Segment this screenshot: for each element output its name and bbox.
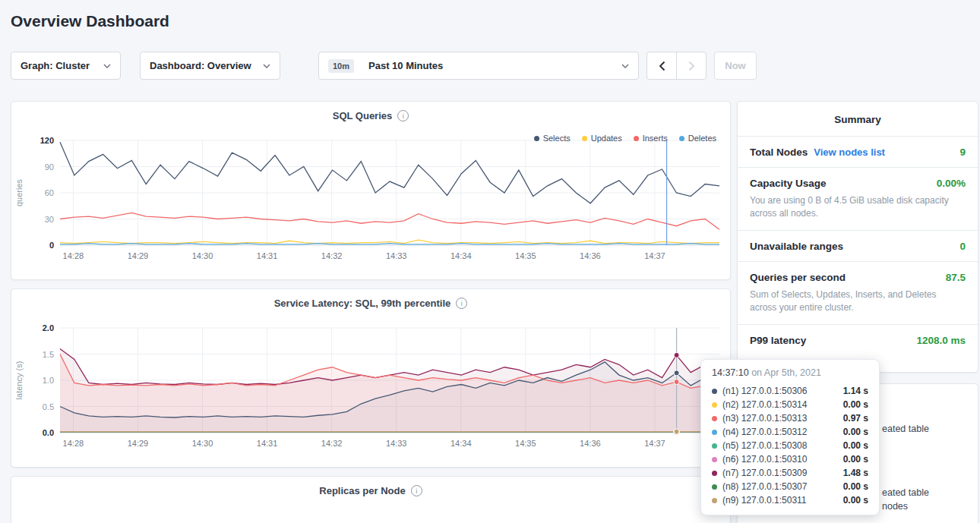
- tooltip-row: (n5) 127.0.0.1:503080.00 s: [712, 439, 868, 452]
- svg-text:1.5: 1.5: [43, 350, 54, 359]
- chevron-down-icon: [263, 64, 270, 68]
- tooltip-node-address: (n9) 127.0.0.1:50311: [722, 495, 843, 506]
- node-color-dot-icon: [712, 402, 717, 408]
- svg-text:14:33: 14:33: [386, 439, 407, 448]
- svg-text:14:33: 14:33: [386, 251, 407, 260]
- tooltip-node-value: 0.00 s: [843, 427, 868, 437]
- tooltip-timestamp: 14:37:10 on Apr 5th, 2021: [712, 367, 868, 378]
- replicas-per-node-panel: Replicas per Node i: [11, 476, 731, 523]
- time-prev-button[interactable]: [646, 52, 677, 80]
- svg-text:14:31: 14:31: [257, 251, 278, 260]
- tooltip-node-address: (n3) 127.0.0.1:50313: [722, 413, 843, 424]
- svg-text:30: 30: [45, 215, 54, 224]
- svg-text:14:37: 14:37: [644, 251, 665, 260]
- svg-text:120: 120: [40, 136, 54, 145]
- summary-value: 0: [959, 241, 966, 252]
- tooltip-node-address: (n6) 127.0.0.1:50310: [722, 454, 843, 465]
- svg-text:90: 90: [45, 162, 54, 172]
- chart-legend: SelectsUpdatesInsertsDeletes: [534, 134, 716, 143]
- node-color-dot-icon: [712, 484, 717, 490]
- dashboard-dropdown[interactable]: Dashboard: Overview: [140, 52, 280, 80]
- service-latency-chart[interactable]: 0.00.51.01.52.014:2814:2914:3014:3114:32…: [11, 322, 731, 452]
- summary-label: Queries per second: [750, 272, 846, 283]
- node-color-dot-icon: [712, 457, 717, 462]
- summary-value: 87.5: [946, 272, 966, 283]
- tooltip-row: (n3) 127.0.0.1:503130.97 s: [712, 411, 868, 425]
- summary-title: Summary: [738, 102, 978, 136]
- summary-value: 9: [959, 147, 966, 158]
- dashboard-dropdown-label: Dashboard: Overview: [150, 60, 251, 71]
- summary-label: Total Nodes: [750, 147, 808, 158]
- legend-item[interactable]: Selects: [534, 134, 571, 143]
- time-next-button[interactable]: [676, 52, 707, 80]
- svg-text:14:28: 14:28: [63, 439, 84, 448]
- info-icon[interactable]: i: [397, 110, 409, 121]
- time-range-label: Past 10 Minutes: [368, 60, 443, 71]
- sql-queries-panel: SQL Queries i SelectsUpdatesInsertsDelet…: [11, 101, 731, 280]
- summary-subtext: Sum of Selects, Updates, Inserts, and De…: [750, 288, 966, 315]
- chart-title-row: Service Latency: SQL, 99th percentile i: [11, 289, 730, 306]
- svg-text:14:32: 14:32: [321, 251, 343, 260]
- tooltip-row: (n9) 127.0.0.1:503110.00 s: [712, 493, 868, 507]
- svg-text:14:34: 14:34: [450, 439, 472, 448]
- tooltip-row: (n2) 127.0.0.1:503140.00 s: [712, 398, 868, 411]
- summary-label: Unavailable ranges: [750, 241, 843, 252]
- svg-text:0.5: 0.5: [43, 402, 54, 411]
- chart-tooltip: 14:37:10 on Apr 5th, 2021 (n1) 127.0.0.1…: [700, 359, 880, 515]
- svg-text:14:28: 14:28: [63, 251, 84, 260]
- svg-text:14:30: 14:30: [192, 439, 213, 448]
- time-range-dropdown[interactable]: 10m Past 10 Minutes: [318, 52, 639, 80]
- tooltip-node-address: (n2) 127.0.0.1:50314: [722, 399, 843, 410]
- time-range-badge: 10m: [328, 59, 354, 73]
- svg-text:0: 0: [49, 241, 54, 250]
- info-icon[interactable]: i: [456, 298, 467, 309]
- legend-dot-icon: [679, 136, 684, 141]
- svg-text:14:29: 14:29: [128, 439, 149, 448]
- chevron-down-icon: [103, 64, 111, 68]
- summary-row-queries-per-second: Queries per second 87.5 Sum of Selects, …: [738, 261, 978, 324]
- graph-dropdown[interactable]: Graph: Cluster: [11, 52, 121, 80]
- now-button[interactable]: Now: [714, 52, 757, 80]
- graph-dropdown-label: Graph: Cluster: [21, 60, 90, 71]
- svg-text:14:32: 14:32: [321, 439, 343, 448]
- tooltip-row: (n7) 127.0.0.1:503091.48 s: [712, 466, 868, 480]
- node-color-dot-icon: [712, 498, 717, 503]
- legend-item[interactable]: Deletes: [679, 134, 716, 143]
- svg-text:14:35: 14:35: [515, 439, 536, 448]
- chart-title-row: Replicas per Node i: [11, 477, 730, 493]
- time-nav-arrows: [646, 52, 707, 80]
- svg-text:1.0: 1.0: [43, 376, 54, 385]
- tooltip-row: (n1) 127.0.0.1:503061.14 s: [712, 384, 868, 398]
- sql-queries-chart[interactable]: 030609012014:2814:2914:3014:3114:3214:33…: [11, 134, 731, 265]
- tooltip-date: on Apr 5th, 2021: [751, 367, 821, 378]
- tooltip-node-address: (n1) 127.0.0.1:50306: [722, 386, 843, 396]
- svg-text:0.0: 0.0: [43, 428, 54, 437]
- summary-value: 1208.0 ms: [916, 335, 966, 346]
- info-icon[interactable]: i: [411, 485, 422, 496]
- summary-row-unavailable-ranges: Unavailable ranges 0: [738, 230, 978, 261]
- legend-item[interactable]: Updates: [582, 134, 622, 143]
- toolbar: Graph: Cluster Dashboard: Overview 10m P…: [11, 52, 980, 80]
- tooltip-node-value: 1.48 s: [843, 468, 868, 478]
- svg-text:14:36: 14:36: [580, 251, 601, 260]
- event-item-text: nodes: [882, 501, 908, 512]
- node-color-dot-icon: [712, 471, 717, 476]
- event-item-text: eated table: [882, 487, 929, 498]
- tooltip-node-value: 0.00 s: [843, 440, 868, 451]
- summary-panel: Summary Total Nodes View nodes list 9 Ca…: [737, 101, 978, 373]
- chevron-left-icon: [659, 61, 665, 71]
- charts-column: SQL Queries i SelectsUpdatesInsertsDelet…: [11, 101, 731, 523]
- svg-text:queries: queries: [14, 178, 24, 206]
- overview-dashboard-page: { "page": { "title": "Overview Dashboard…: [0, 0, 980, 523]
- tooltip-node-value: 1.14 s: [843, 386, 868, 396]
- legend-item[interactable]: Inserts: [634, 134, 668, 143]
- tooltip-node-address: (n4) 127.0.0.1:50312: [722, 427, 843, 437]
- view-nodes-list-link[interactable]: View nodes list: [814, 147, 885, 158]
- tooltip-row: (n4) 127.0.0.1:503120.00 s: [712, 425, 868, 439]
- summary-value: 0.00%: [937, 178, 966, 189]
- summary-label: P99 latency: [750, 335, 806, 346]
- svg-text:14:30: 14:30: [192, 251, 213, 260]
- node-color-dot-icon: [712, 389, 717, 394]
- legend-dot-icon: [634, 136, 639, 141]
- legend-dot-icon: [582, 136, 587, 141]
